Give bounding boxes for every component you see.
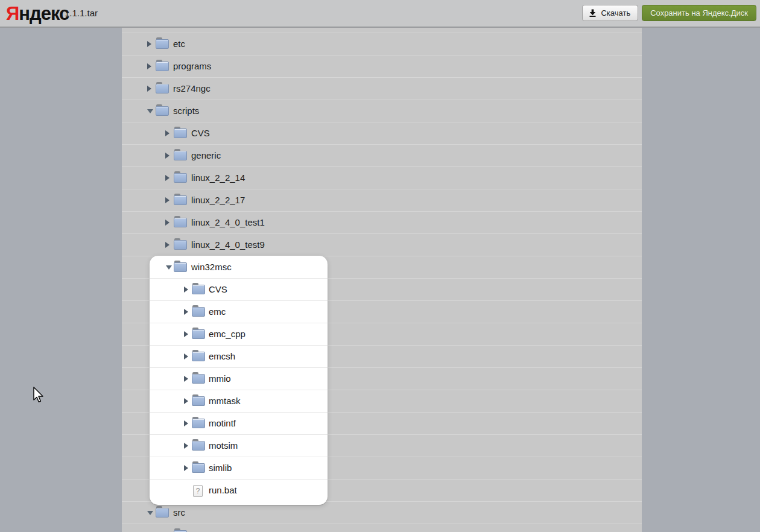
chevron-right-icon[interactable] [165,130,169,136]
chevron-right-icon[interactable] [184,331,188,337]
tree-row-motintf[interactable]: motintf [150,413,328,435]
chevron-right-icon[interactable] [184,443,188,449]
tree-row-scripts[interactable]: scripts [122,100,642,122]
chevron-right-icon[interactable] [184,420,188,426]
chevron-right-icon[interactable] [147,41,151,47]
download-icon [589,9,597,17]
folder-icon [174,151,187,160]
chevron-right-icon[interactable] [147,63,151,69]
tree-row-rs274ngc[interactable]: rs274ngc [122,78,642,100]
folder-icon [174,195,187,205]
tree-row-generic[interactable]: generic [122,145,642,167]
folder-icon [156,39,169,49]
chevron-down-icon[interactable] [147,511,153,515]
folder-label: emc_cpp [209,323,245,345]
folder-label: motintf [209,413,236,434]
chevron-right-icon[interactable] [184,376,188,382]
folder-label: scripts [173,100,199,122]
folder-label: linux_2_2_17 [191,189,245,211]
folder-icon [192,441,205,451]
tree-row-linux-2-4-0-test1[interactable]: linux_2_4_0_test1 [122,212,642,234]
folder-label: emcsh [209,346,235,367]
folder-label: linux_2_4_0_test1 [191,212,265,233]
folder-icon [174,173,187,183]
tree-top-spacer [122,28,642,33]
folder-icon [174,262,187,272]
folder-icon [192,396,205,406]
tree-row-emcsh[interactable]: emcsh [150,346,328,368]
save-button-label: Сохранить на Яндекс.Диск [650,8,748,17]
folder-icon [156,84,169,93]
chevron-right-icon[interactable] [184,353,188,359]
chevron-right-icon[interactable] [184,309,188,315]
unknown-file-icon: ? [193,485,203,497]
header-actions: Скачать Сохранить на Яндекс.Диск [582,5,756,21]
folder-icon [192,329,205,339]
win32msc-popup: win32msc CVS emc emc_cpp emcsh mmio [150,256,328,505]
folder-label: generic [191,145,221,166]
folder-icon [192,285,205,294]
chevron-right-icon[interactable] [184,287,188,293]
tree-row-programs[interactable]: programs [122,55,642,78]
yandex-logo[interactable]: Яндекс [6,1,69,27]
save-to-disk-button[interactable]: Сохранить на Яндекс.Диск [642,5,756,21]
chevron-right-icon[interactable] [147,86,151,92]
tree-row-cvs[interactable]: CVS [122,122,642,145]
folder-label: programs [173,55,211,77]
tree-row-mmio[interactable]: mmio [150,368,328,390]
tree-row-src[interactable]: src [122,502,642,524]
tree-row-linux-2-2-14[interactable]: linux_2_2_14 [122,167,642,189]
download-button[interactable]: Скачать [582,5,638,21]
folder-label: CVS [191,524,210,532]
tree-row-motsim[interactable]: motsim [150,435,328,457]
tree-row-win32msc-cvs[interactable]: CVS [150,279,328,301]
tree-row-etc[interactable]: etc [122,33,642,55]
folder-label: rs274ngc [173,78,211,100]
folder-label: mmio [209,368,231,390]
folder-label: emc [209,301,226,323]
chevron-down-icon[interactable] [147,109,153,113]
chevron-right-icon[interactable] [184,398,188,404]
download-button-label: Скачать [601,8,630,17]
file-label: run.bat [209,480,237,501]
tree-row-emc-cpp[interactable]: emc_cpp [150,323,328,346]
chevron-right-icon[interactable] [165,175,169,181]
folder-icon [156,508,169,518]
folder-icon [174,218,187,227]
folder-icon [192,463,205,473]
mouse-cursor [31,386,45,404]
folder-label: etc [173,33,185,55]
folder-label: CVS [191,122,210,144]
tree-row-emc[interactable]: emc [150,301,328,323]
tree-row-simlib[interactable]: simlib [150,457,328,480]
tree-row-run-bat[interactable]: ? run.bat [150,480,328,502]
tree-row-mmtask[interactable]: mmtask [150,390,328,413]
folder-label: motsim [209,435,238,457]
tree-row-linux-2-2-17[interactable]: linux_2_2_17 [122,189,642,212]
tree-row-linux-2-4-0-test9[interactable]: linux_2_4_0_test9 [122,234,642,256]
folder-icon [174,240,187,250]
file-tree: etc programs rs274ngc scripts CVS generi… [122,28,642,532]
folder-icon [192,419,205,428]
tree-row-win32msc[interactable]: win32msc [150,256,328,279]
folder-label: simlib [209,457,232,479]
chevron-right-icon[interactable] [165,197,169,203]
chevron-right-icon[interactable] [165,220,169,226]
tree-row-src-cvs-partial[interactable]: CVS [122,524,642,532]
folder-label: mmtask [209,390,241,412]
folder-icon [156,62,169,71]
chevron-down-icon[interactable] [166,265,172,270]
folder-label: linux_2_4_0_test9 [191,234,265,256]
chevron-right-icon[interactable] [184,465,188,471]
folder-label: win32msc [191,256,232,278]
chevron-right-icon[interactable] [165,242,169,248]
yandex-logo-rest: ндекс [19,3,69,24]
folder-icon [174,128,187,138]
folder-icon [192,352,205,361]
header: Яндекс 1.1.1.tar Скачать Сохранить на Ян… [0,0,760,28]
folder-label: src [173,502,185,524]
folder-icon [156,106,169,116]
folder-label: linux_2_2_14 [191,167,245,189]
folder-icon [192,374,205,384]
chevron-right-icon[interactable] [165,153,169,159]
